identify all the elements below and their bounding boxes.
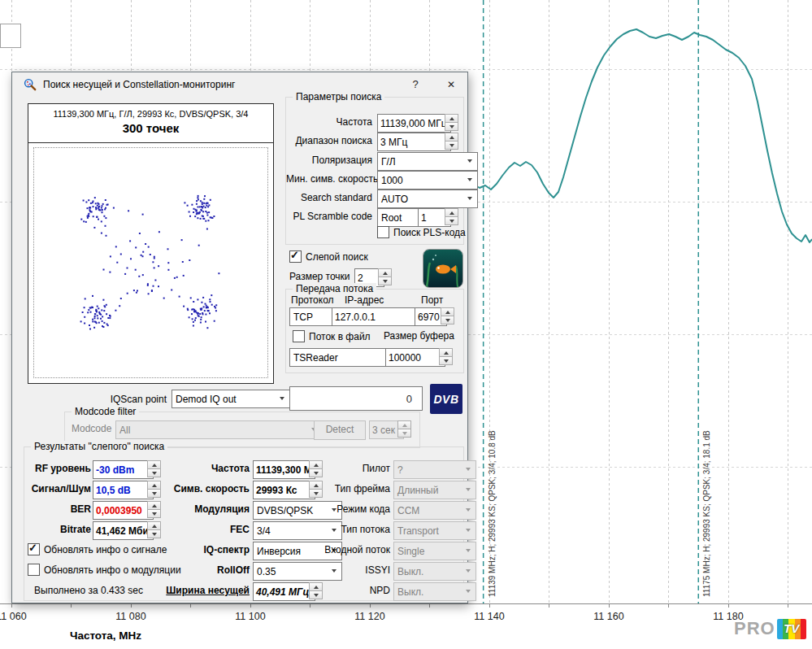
search-standard-select[interactable]: AUTO [377,189,478,208]
constellation-dot [96,311,98,312]
constellation-dot [206,327,208,329]
close-button[interactable]: ✕ [438,74,464,95]
constellation-dot [93,327,95,329]
buffer-size-input[interactable]: 100000 [385,348,445,367]
snr-spinner[interactable] [147,481,161,498]
port-spinner[interactable] [441,307,454,324]
rf-level-spinner[interactable] [147,460,161,477]
frequency-input[interactable]: 11139,000 МГц [377,114,451,133]
dot-size-spinner[interactable] [378,268,392,285]
update-modulation-info-checkbox[interactable]: Обновлять инфо о модуляции [28,564,181,576]
constellation-dot [102,205,103,207]
constellation-dot [100,318,102,320]
constellation-dot [206,307,207,308]
constellation-dot [191,313,193,315]
constellation-dot [202,216,204,217]
constellation-dot [154,267,155,268]
npd-select: Выкл. [393,582,476,601]
constellation-dot [189,216,191,217]
constellation-dot [90,203,92,204]
search-params-group: Параметры поиска Частота 11139,000 МГц Д… [285,97,464,245]
constellation-dot [142,274,144,276]
symrate-value[interactable]: 29993 Кс [253,481,315,499]
frequency-spinner[interactable] [445,114,458,131]
update-signal-info-checkbox[interactable]: Обновлять инфо о сигнале [28,543,167,555]
constellation-dot [106,313,107,315]
range-label: Диапазон поиска [286,133,372,150]
constellation-dot [182,261,184,263]
results-group: Результаты "слепого" поиска RF уровень -… [24,446,464,601]
ber-value[interactable]: 0,0003950 [93,501,154,520]
constellation-dot [135,246,137,248]
ber-spinner[interactable] [147,501,161,518]
search-range-spinner[interactable] [445,133,458,150]
constellation-dot [190,297,192,298]
constellation-dot [106,304,107,306]
constellation-panel: 11139,300 МГц, Г/Л, 29993 Кс, DVBS/QPSK,… [28,103,274,384]
constellation-dot [133,290,135,291]
constellation-dot [201,316,202,318]
stream-to-file-checkbox[interactable]: Поток в файл [293,330,371,342]
x-tick-label: 11 060 [0,611,27,622]
carrier-width-value[interactable]: 40,491 МГц [253,582,315,601]
constellation-dot [88,216,89,217]
min-symrate-select[interactable]: 1000 [377,171,478,189]
constellation-dot [137,290,138,292]
constellation-dot [103,322,105,324]
constellation-dot [129,240,131,242]
buffer-size-spinner[interactable] [439,348,453,365]
constellation-dot [202,297,204,298]
constellation-dot [167,262,169,264]
constellation-dot [203,198,205,200]
constellation-dot [83,220,85,222]
spectrum-trace [467,29,812,242]
snr-value[interactable]: 10,5 dB [93,481,154,499]
constellation-dot [209,312,211,314]
constellation-dot [107,317,109,319]
polarization-select[interactable]: Г/Л [377,152,478,171]
input-stream-label: Входной поток [319,542,390,559]
search-range-input[interactable]: 3 МГц [377,133,451,151]
constellation-dot [88,213,89,215]
ip-input[interactable]: 127.0.0.1 [332,307,418,326]
constellation-dot [152,261,154,263]
constellation-dot [89,207,91,208]
constellation-dot [88,199,89,201]
blind-search-checkbox[interactable]: Слепой поиск [289,250,368,263]
pl-scramble-code-spinner[interactable] [445,208,458,225]
help-button[interactable]: ? [401,74,430,95]
constellation-dot [194,320,196,321]
constellation-dot [201,302,202,303]
elapsed-time-text: Выполнено за 0.433 sec [34,582,143,599]
constellation-dot [205,321,206,323]
x-tick-label: 11 140 [474,611,504,622]
checkbox-box [377,226,389,238]
constellation-dot [105,199,106,201]
constellation-dot [101,220,102,222]
constellation-dot [128,210,129,211]
iqscan-select[interactable]: Demod IQ out [172,390,290,408]
constellation-dot [194,209,196,211]
constellation-dot [197,298,198,300]
result-frequency-value[interactable]: 11139,300 МГ [253,460,315,479]
rf-level-value[interactable]: -30 dBm [93,460,154,479]
dialog-titlebar[interactable]: Поиск несущей и Constellation-мониторинг [12,72,467,97]
bitrate-spinner[interactable] [147,521,161,538]
x-tick-label: 11 160 [593,611,623,622]
constellation-dot [167,248,169,250]
constellation-dot [87,207,89,209]
constellation-dot [158,231,160,233]
constellation-dot [202,218,204,220]
constellation-dot [208,204,210,206]
constellation-dot [103,269,105,271]
x-tick-label: 11 120 [354,611,384,622]
pls-search-checkbox[interactable]: Поиск PLS-кода [377,226,466,238]
reader-select[interactable]: TSReader [289,348,400,367]
constellation-dot [193,301,194,303]
constellation-dot [116,262,118,264]
bitrate-value[interactable]: 41,462 Мби [93,521,154,540]
clipped-ui-fragment [0,24,21,48]
npd-label: NPD [319,582,390,599]
constellation-dot [115,246,117,247]
modcode-select: All [115,420,322,439]
